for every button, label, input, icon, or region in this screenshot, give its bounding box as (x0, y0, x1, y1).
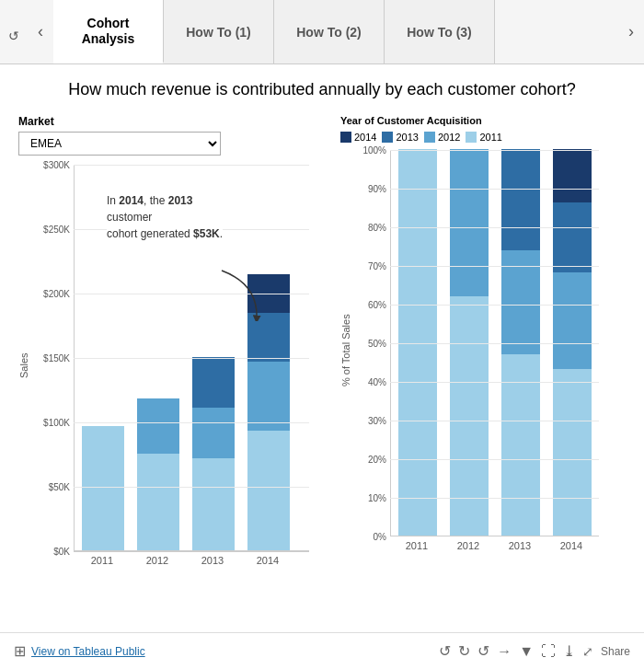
pct-bar-col-2014 (553, 149, 592, 536)
pct-y-80: 80% (368, 223, 386, 233)
pct-y-100: 100% (362, 145, 386, 156)
page-title: How much revenue is contributed annually… (18, 78, 626, 101)
legend-item-2011: 2011 (466, 132, 501, 143)
pct-bar-seg-2014-2012 (553, 272, 592, 369)
nav-icon[interactable]: → (497, 643, 512, 660)
bar-seg-2011-2011 (82, 426, 124, 550)
y-tick-100k: $100K (43, 418, 70, 428)
tab-how-to-2[interactable]: How To (2) (274, 0, 385, 63)
tab-cohort-analysis[interactable]: Cohort Analysis (53, 0, 164, 63)
x-label-2013: 2013 (191, 555, 234, 566)
legend-label-2012: 2012 (438, 132, 460, 143)
pct-chart-wrapper: % of Total Sales 100% 90% 80% 70% 60% 50… (340, 150, 626, 551)
y-axis-label-pct: % of Total Sales (340, 150, 351, 551)
pct-bar-seg-2013-2012 (501, 250, 540, 354)
main-content: How much revenue is contributed annually… (0, 64, 644, 575)
bar-seg-2013-2011 (192, 458, 235, 550)
pct-bar-col-2011 (398, 149, 437, 536)
y-tick-0k: $0K (53, 547, 70, 557)
tableau-public-link[interactable]: View on Tableau Public (31, 645, 145, 658)
y-tick-50k: $50K (49, 482, 70, 492)
bar-seg-2013-2012 (192, 408, 235, 458)
y-tick-150k: $150K (43, 353, 70, 363)
bar-col-2012 (137, 398, 179, 550)
refresh-icon[interactable]: ↺ (8, 29, 19, 43)
legend-swatch-2013 (382, 132, 393, 143)
x-label-2012: 2012 (136, 555, 178, 566)
tab-how-to-3[interactable]: How To (3) (385, 0, 495, 63)
legend-swatch-2012 (424, 132, 435, 143)
share-label[interactable]: Share (601, 645, 630, 658)
legend-label-2014: 2014 (354, 132, 376, 143)
market-label: Market (18, 115, 331, 128)
legend-title: Year of Customer Acquisition (340, 115, 622, 126)
pct-bar-col-2013 (501, 149, 540, 536)
bar-col-2014 (247, 274, 290, 550)
pct-y-30: 30% (368, 416, 386, 426)
bar-seg-2014-2011 (247, 431, 290, 550)
pct-x-label-2011: 2011 (397, 540, 436, 551)
y-tick-250k: $250K (43, 225, 70, 235)
bar-seg-2014-2013 (247, 313, 290, 362)
tabs-container: Cohort Analysis How To (1) How To (2) Ho… (53, 0, 618, 63)
pct-bar-seg-2011-2011 (398, 149, 437, 536)
pct-bar-seg-2014-2011 (553, 369, 592, 536)
redo-icon[interactable]: ↻ (458, 642, 470, 660)
bar-seg-2013-2013 (192, 357, 235, 408)
y-axis-label-sales: Sales (18, 165, 29, 566)
legend-swatch-2011 (466, 132, 477, 143)
right-bar-chart-section: Year of Customer Acquisition 2014 2013 2… (340, 115, 626, 551)
pct-y-70: 70% (368, 261, 386, 271)
x-label-2014: 2014 (247, 555, 289, 566)
pct-bar-seg-2014-2013 (553, 202, 592, 272)
footer: ⊞ View on Tableau Public ↺ ↻ ↺ → ▼ ⛶ ⤓ ⤢… (0, 632, 644, 669)
legend-label-2011: 2011 (479, 132, 501, 143)
pct-bar-seg-2012-2012 (450, 149, 489, 296)
back-icon[interactable]: ↺ (477, 642, 489, 660)
undo-icon[interactable]: ↺ (439, 642, 451, 660)
bar-col-2011 (82, 426, 124, 550)
nav-prev-arrow[interactable]: ‹ (28, 0, 53, 64)
pct-bar-seg-2013-2013 (501, 149, 540, 250)
pct-bar-seg-2013-2011 (501, 354, 540, 536)
pct-y-20: 20% (368, 455, 386, 465)
nav-next-arrow[interactable]: › (618, 0, 644, 64)
tab-how-to-1[interactable]: How To (1) (164, 0, 274, 63)
bar-chart-wrapper: Sales In 2014, the 2013 customer cohort … (18, 165, 331, 566)
pct-y-40: 40% (368, 377, 386, 387)
y-tick-300k: $300K (43, 160, 70, 170)
pct-y-60: 60% (368, 300, 386, 310)
tableau-icon: ⊞ (14, 642, 26, 660)
top-navigation-bar: ↺ ‹ Cohort Analysis How To (1) How To (2… (0, 0, 644, 64)
charts-area: Market EMEA Sales In 2014, the 2013 cust… (18, 115, 626, 566)
pct-x-label-2012: 2012 (449, 540, 488, 551)
download-icon[interactable]: ⤓ (563, 642, 575, 660)
nav-down-icon[interactable]: ▼ (519, 643, 534, 660)
legend-item-2013: 2013 (382, 132, 418, 143)
legend-item-2012: 2012 (424, 132, 460, 143)
pct-x-label-2014: 2014 (552, 540, 591, 551)
pct-bar-col-2012 (450, 149, 489, 536)
legend-item-2014: 2014 (340, 132, 376, 143)
fullscreen-icon[interactable]: ⛶ (541, 643, 556, 660)
x-label-2011: 2011 (81, 555, 123, 566)
share-icon[interactable]: ⤢ (582, 644, 593, 659)
pct-x-label-2013: 2013 (500, 540, 539, 551)
y-tick-200k: $200K (43, 289, 70, 299)
bar-seg-2014-2014 (247, 274, 290, 313)
footer-left: ⊞ View on Tableau Public (14, 642, 145, 660)
bar-seg-2014-2012 (247, 362, 290, 431)
pct-bar-seg-2014-2014 (553, 149, 592, 202)
left-bar-chart-section: Market EMEA Sales In 2014, the 2013 cust… (18, 115, 331, 566)
market-select[interactable]: EMEA (18, 132, 221, 156)
bar-seg-2012-2011 (137, 454, 179, 550)
pct-y-0: 0% (374, 532, 386, 542)
legend-swatch-2014 (340, 132, 351, 143)
pct-bar-seg-2012-2011 (450, 296, 489, 536)
pct-y-10: 10% (368, 493, 386, 503)
bar-col-2013 (192, 357, 235, 550)
footer-right: ↺ ↻ ↺ → ▼ ⛶ ⤓ ⤢ Share (439, 642, 630, 660)
pct-y-90: 90% (368, 184, 386, 194)
bar-seg-2012-2012 (137, 398, 179, 454)
legend-label-2013: 2013 (396, 132, 418, 143)
